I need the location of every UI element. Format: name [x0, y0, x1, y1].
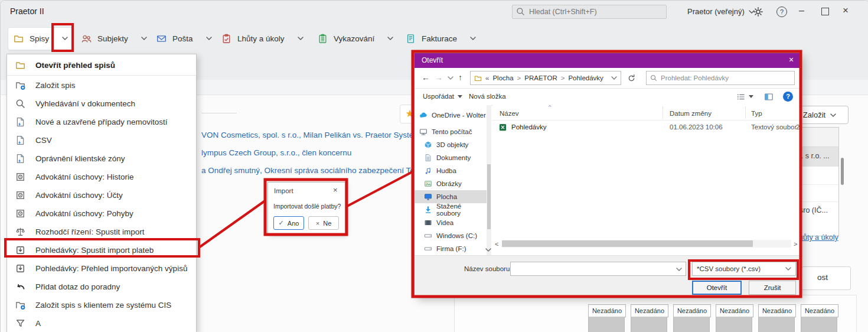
case-link[interactable]: lympus Czech Group, s.r.o., člen koncern… — [201, 148, 351, 157]
menu-item-rozhodci-rizeni-import[interactable]: Rozhodčí řízení: Spustit import — [7, 223, 196, 241]
sidebar-item-plocha-selected[interactable]: Plocha — [415, 190, 487, 203]
close-icon[interactable]: × — [333, 185, 338, 194]
menu-item-pohledavky-prehled-vypisu[interactable]: Pohledávky: Přehled importovaných výpisů — [7, 259, 196, 278]
table-row[interactable]: l. s r.o. ... — [797, 147, 838, 167]
close-icon[interactable]: × — [789, 55, 794, 64]
breadcrumb-pohledavky[interactable]: Pohledávky — [568, 74, 603, 82]
menu-item-vyhledavani-v-dokumentech[interactable]: Vyhledávání v dokumentech — [7, 95, 196, 113]
open-button[interactable]: Otevřít — [692, 281, 742, 295]
sidebar-scrollbar-track[interactable] — [487, 105, 491, 255]
status-chip-nezadano[interactable]: Nezadáno — [673, 304, 711, 317]
sidebar-scrollbar-thumb[interactable] — [487, 164, 491, 229]
toolbar-button-fakturace[interactable]: Fakturace — [406, 28, 476, 49]
minimize-button[interactable]: – — [799, 5, 804, 16]
case-link[interactable]: a Ondřej smutný, Okresní správa sociální… — [201, 166, 421, 175]
menu-item-zalozit-spis-cis[interactable]: Založit spis s klientem ze systému CIS — [7, 296, 196, 314]
sidebar-item-hudba[interactable]: Hudba — [415, 164, 487, 177]
sidebar-item-3d-objekty[interactable]: 3D objekty — [415, 138, 487, 151]
help-icon[interactable]: ? — [776, 6, 787, 17]
sidebar-label: Stažené soubory — [436, 203, 487, 217]
breadcrumb-plocha[interactable]: Plocha — [492, 74, 513, 82]
toolbar-button-posta[interactable]: Pošta — [156, 28, 212, 49]
sidebar-scroll-down-icon[interactable] — [485, 248, 491, 252]
menu-item-zalozit-spis[interactable]: Založit spis — [7, 76, 196, 95]
status-chip-nezadano[interactable]: Nezadáno — [801, 304, 838, 317]
case-link[interactable]: VON Cosmetics, spol. s r.o., Milan Pelik… — [201, 131, 427, 139]
sidebar-item-stazene-soubory[interactable]: Stažené soubory — [415, 203, 487, 216]
settings-gear-icon[interactable] — [753, 6, 763, 17]
filetype-dropdown[interactable]: *CSV soubory (*.csv) — [692, 262, 796, 276]
sidebar-item-dokumenty[interactable]: Dokumenty — [415, 151, 487, 164]
sidebar-item-windows-c[interactable]: Windows (C:) — [415, 229, 487, 242]
forward-arrow-icon[interactable]: → — [435, 73, 443, 82]
up-arrow-icon[interactable]: ↑ — [458, 73, 462, 82]
scroll-right-icon[interactable]: > — [794, 240, 797, 248]
lhuty-a-ukoly-link[interactable]: hůty a úkoly — [799, 233, 838, 242]
toolbar-button-subjekty[interactable]: Subjekty — [81, 28, 147, 49]
menu-item-filter-a[interactable]: A — [7, 314, 196, 332]
status-chip-nezadano[interactable]: Nezadáno — [758, 304, 796, 317]
scroll-left-icon[interactable]: < — [495, 240, 498, 248]
sidebar-item-firma-f[interactable]: Firma (F:) — [415, 242, 487, 255]
table-row[interactable] — [797, 167, 838, 185]
table-row[interactable] — [797, 185, 838, 202]
chevron-down-icon[interactable] — [448, 76, 453, 80]
toolbar-button-lhuty[interactable]: Lhůty a úkoly — [221, 28, 304, 49]
menu-item-uschovy-ucty[interactable]: Advokátní úschovy: Účty — [7, 186, 196, 204]
folder-icon — [15, 60, 25, 70]
cloud-icon — [419, 111, 428, 119]
global-search[interactable] — [512, 5, 667, 19]
right-panel-scrollbar[interactable] — [841, 158, 844, 185]
menu-item-opravneni-klientske-zony[interactable]: Oprávnění klientské zóny — [7, 149, 196, 168]
column-header-datum[interactable]: Datum změny — [670, 110, 712, 117]
file-size: 2 — [796, 123, 800, 131]
sidebar-item-videa[interactable]: Videa — [415, 216, 487, 229]
status-chip-nezadano[interactable]: Nezadáno — [631, 304, 668, 317]
cancel-button[interactable]: Zrušit — [749, 281, 796, 295]
sidebar-item-tento-pocitac[interactable]: Tento počítač — [415, 125, 487, 138]
global-search-input[interactable] — [512, 5, 667, 19]
table-row[interactable]: sro (IČ... — [797, 202, 838, 220]
maximize-button[interactable] — [821, 8, 829, 15]
preview-pane-icon[interactable] — [764, 92, 774, 102]
chevron-down-icon[interactable] — [62, 37, 68, 40]
filename-combo[interactable] — [510, 262, 686, 276]
column-divider[interactable] — [663, 106, 663, 119]
profile-menu[interactable]: Praetor (veřejný) — [687, 7, 755, 16]
breadcrumb-praetor[interactable]: PRAETOR — [524, 74, 557, 82]
address-bar[interactable]: « Plocha > PRAETOR > Pohledávky — [470, 71, 621, 85]
close-button[interactable]: × — [843, 5, 849, 17]
column-header-typ[interactable]: Typ — [751, 110, 762, 117]
caret-down-icon[interactable] — [749, 95, 753, 98]
status-chip-nezadano[interactable]: Nezadáno — [588, 304, 626, 317]
back-arrow-icon[interactable]: ← — [422, 73, 430, 82]
menu-item-nove-a-uzavrene-pripady[interactable]: Nové a uzavřené případy nemovitostí — [7, 113, 196, 131]
explorer-search-box[interactable]: Prohledat: Pohledávky — [646, 71, 795, 85]
sidebar-item-onedrive[interactable]: OneDrive - Wolter — [415, 109, 487, 122]
new-folder-button[interactable]: Nová složka — [469, 93, 506, 100]
filename-input[interactable] — [511, 262, 670, 275]
hscrollbar-track[interactable] — [502, 240, 791, 248]
status-chip-nezadano[interactable]: Nezadáno — [716, 304, 753, 317]
chevron-down-icon[interactable] — [611, 76, 617, 80]
chevron-down-icon[interactable] — [676, 268, 682, 271]
menu-item-uschovy-pohyby[interactable]: Advokátní úschovy: Pohyby — [7, 204, 196, 223]
menu-item-csv[interactable]: CSV — [7, 131, 196, 149]
help-icon[interactable]: ? — [783, 92, 793, 102]
hscrollbar-thumb[interactable] — [502, 240, 753, 247]
refresh-icon[interactable] — [627, 74, 636, 83]
sidebar-item-obrazky[interactable]: Obrázky — [415, 177, 487, 190]
toolbar-button-vykazovani[interactable]: Vykazování — [318, 28, 393, 49]
column-divider[interactable] — [745, 106, 746, 119]
organize-button[interactable]: Uspořádat — [423, 93, 462, 100]
yes-button[interactable]: ✓Ano — [273, 216, 304, 230]
toolbar-button-spisy[interactable]: Spisy — [14, 28, 68, 49]
menu-item-pridat-dotaz-do-poradny[interactable]: Přidat dotaz do poradny — [7, 278, 196, 296]
no-button[interactable]: ×Ne — [308, 216, 339, 230]
menu-item-pohledavky-spustit-import-plateb[interactable]: Pohledávky: Spustit import plateb — [7, 241, 196, 259]
file-row-pohledavky[interactable]: Pohledávky 01.06.2023 10:06 Textový soub… — [492, 121, 800, 134]
list-view-icon[interactable] — [736, 92, 746, 102]
column-header-nazev[interactable]: Název — [500, 110, 519, 117]
menu-item-uschovy-historie[interactable]: Advokátní úschovy: Historie — [7, 168, 196, 186]
menu-item-otevrit-prehled-spisu[interactable]: Otevřít přehled spisů — [7, 56, 196, 74]
